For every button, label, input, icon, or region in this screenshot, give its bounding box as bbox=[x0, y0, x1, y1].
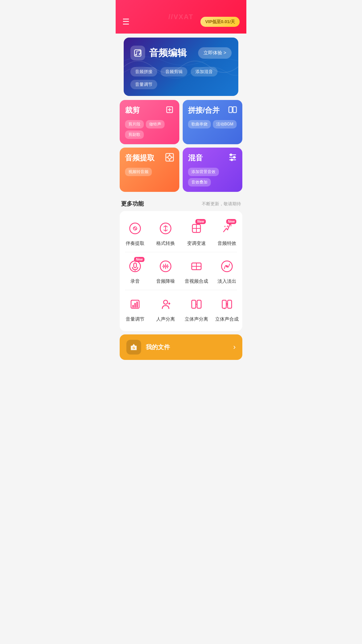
more-functions-title: 更多功能 bbox=[121, 200, 144, 208]
volume-icon bbox=[126, 296, 144, 313]
more-functions-header: 更多功能 不断更新，敬请期待 bbox=[120, 195, 242, 211]
files-icon bbox=[126, 340, 141, 355]
extract-tag-video[interactable]: 视频转音频 bbox=[125, 168, 152, 176]
svg-rect-40 bbox=[134, 303, 136, 308]
vocal-split-icon bbox=[157, 296, 174, 313]
svg-point-42 bbox=[164, 300, 168, 304]
banner-tag-volume[interactable]: 音量调节 bbox=[130, 80, 157, 89]
extract-tags: 视频转音频 bbox=[125, 168, 174, 176]
files-arrow-icon: › bbox=[233, 343, 236, 352]
merge-tags: 歌曲串烧 活动BGM bbox=[188, 120, 237, 128]
stereo-split-icon bbox=[188, 296, 205, 313]
record-icon: New bbox=[126, 258, 144, 275]
bottom-bar-left: 我的文件 bbox=[126, 340, 170, 355]
svg-rect-46 bbox=[197, 300, 201, 308]
crop-icon bbox=[165, 105, 175, 117]
banner-tag-edit[interactable]: 音频剪辑 bbox=[161, 67, 187, 76]
banner-music-icon bbox=[130, 46, 145, 60]
merge-icon bbox=[228, 105, 238, 117]
crop-card[interactable]: 裁剪 剪片段 做铃声 剪副歌 bbox=[120, 100, 179, 144]
merge-card[interactable]: 拼接/合并 歌曲串烧 活动BGM bbox=[183, 100, 242, 144]
fade-item[interactable]: 淡入淡出 bbox=[212, 252, 243, 290]
mix-card[interactable]: 混音 添加背景音效 音效叠加 bbox=[183, 148, 242, 192]
accompany-extract-item[interactable]: 伴奏提取 bbox=[120, 214, 150, 252]
stereo-merge-item[interactable]: 立体声合成 bbox=[212, 290, 243, 328]
feature-row-2: 音频提取 视频转音频 混音 bbox=[120, 148, 242, 192]
stereo-split-label: 立体声分离 bbox=[185, 316, 208, 322]
menu-icon[interactable]: ☰ bbox=[122, 18, 130, 26]
accompany-label: 伴奏提取 bbox=[126, 240, 144, 247]
effect-label: 音频特效 bbox=[218, 240, 236, 247]
svg-rect-45 bbox=[192, 300, 196, 308]
svg-rect-39 bbox=[132, 305, 134, 308]
mix-tag-overlay[interactable]: 音效叠加 bbox=[188, 178, 211, 186]
fade-icon bbox=[218, 258, 236, 275]
pitch-label: 变调变速 bbox=[187, 240, 206, 247]
feature-row-1: 裁剪 剪片段 做铃声 剪副歌 拼接/合并 bbox=[120, 100, 242, 144]
audio-effect-item[interactable]: New 音频特效 bbox=[212, 214, 243, 252]
svg-point-21 bbox=[224, 226, 226, 227]
audio-editor-banner: 音频编辑 立即体验 > 音频拼接 音频剪辑 添加混音 音量调节 bbox=[124, 38, 238, 96]
banner-title-row: 音频编辑 bbox=[130, 46, 187, 60]
volume-label: 音量调节 bbox=[126, 316, 144, 322]
accompany-extract-icon bbox=[126, 220, 144, 237]
crop-tag-clip[interactable]: 剪片段 bbox=[125, 120, 144, 128]
extract-card[interactable]: 音频提取 视频转音频 bbox=[120, 148, 179, 192]
banner-top: 音频编辑 立即体验 > bbox=[130, 46, 232, 60]
svg-rect-41 bbox=[136, 302, 138, 308]
merge-tag-bgm[interactable]: 活动BGM bbox=[213, 120, 237, 128]
stereo-split-item[interactable]: 立体声分离 bbox=[181, 290, 212, 328]
svg-rect-48 bbox=[222, 300, 226, 308]
merge-tag-medley[interactable]: 歌曲串烧 bbox=[188, 120, 211, 128]
svg-point-37 bbox=[226, 265, 228, 267]
av-merge-item[interactable]: 音视频合成 bbox=[181, 252, 212, 290]
extract-icon bbox=[165, 152, 175, 165]
svg-rect-5 bbox=[233, 107, 236, 113]
try-now-button[interactable]: 立即体验 > bbox=[198, 47, 232, 59]
svg-point-11 bbox=[230, 154, 232, 156]
header: ☰ //VXAT VIP低至0.01/天 bbox=[116, 0, 246, 34]
mix-tag-bg[interactable]: 添加背景音效 bbox=[188, 168, 219, 176]
fade-label: 淡入淡出 bbox=[218, 278, 236, 284]
files-label: 我的文件 bbox=[146, 343, 170, 351]
pitch-speed-item[interactable]: New 变调变速 bbox=[181, 214, 212, 252]
stereo-merge-label: 立体声合成 bbox=[215, 316, 239, 322]
new-badge-record: New bbox=[134, 257, 144, 262]
svg-point-1 bbox=[135, 54, 136, 55]
vocal-split-label: 人声分离 bbox=[156, 316, 175, 322]
grid-row-top: 伴奏提取 格式转换 New bbox=[120, 214, 242, 252]
svg-point-2 bbox=[139, 53, 140, 55]
new-badge-effect: New bbox=[226, 219, 237, 224]
watermark-text: //VXAT bbox=[169, 13, 194, 21]
svg-point-7 bbox=[168, 156, 171, 159]
format-label: 格式转换 bbox=[156, 240, 175, 247]
format-convert-icon bbox=[157, 220, 174, 237]
my-files-bar[interactable]: 我的文件 › bbox=[120, 334, 242, 360]
svg-rect-49 bbox=[228, 300, 232, 308]
audio-effect-icon: New bbox=[218, 220, 236, 237]
denoise-icon bbox=[157, 258, 174, 275]
new-badge-pitch: New bbox=[195, 219, 206, 224]
banner-tag-splice[interactable]: 音频拼接 bbox=[130, 67, 157, 76]
banner-tag-mix[interactable]: 添加混音 bbox=[191, 67, 218, 76]
crop-tag-ringtone[interactable]: 做铃声 bbox=[146, 120, 165, 128]
vocal-split-item[interactable]: 人声分离 bbox=[150, 290, 181, 328]
volume-item[interactable]: 音量调节 bbox=[120, 290, 150, 328]
mix-tags: 添加背景音效 音效叠加 bbox=[188, 168, 237, 186]
format-convert-item[interactable]: 格式转换 bbox=[150, 214, 181, 252]
denoise-item[interactable]: 音频降噪 bbox=[150, 252, 181, 290]
av-merge-icon bbox=[188, 258, 205, 275]
vip-badge[interactable]: VIP低至0.01/天 bbox=[200, 17, 240, 27]
crop-tag-chorus[interactable]: 剪副歌 bbox=[125, 130, 144, 139]
main-content: 音频编辑 立即体验 > 音频拼接 音频剪辑 添加混音 音量调节 裁剪 剪片段 做… bbox=[116, 38, 246, 331]
more-functions-subtitle: 不断更新，敬请期待 bbox=[202, 201, 241, 207]
crop-tags: 剪片段 做铃声 剪副歌 bbox=[125, 120, 174, 139]
svg-rect-23 bbox=[134, 263, 136, 268]
svg-point-12 bbox=[234, 157, 235, 158]
grid-row-1: 伴奏提取 格式转换 New bbox=[120, 211, 242, 331]
pitch-speed-icon: New bbox=[188, 220, 205, 237]
stereo-merge-icon bbox=[218, 296, 236, 313]
svg-point-13 bbox=[231, 159, 233, 161]
record-label: 录音 bbox=[130, 278, 140, 284]
record-item[interactable]: New 录音 bbox=[120, 252, 150, 290]
